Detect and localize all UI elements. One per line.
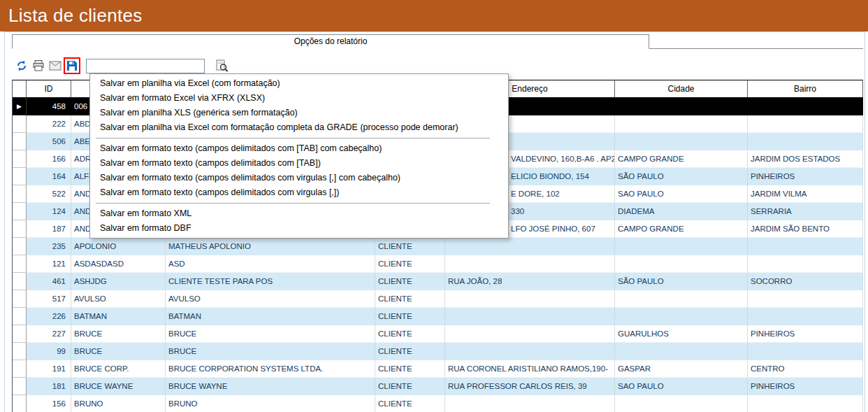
table-row[interactable]: 517AVULSOAVULSOCLIENTE [13,290,863,308]
cell: 166 [27,150,71,168]
row-indicator [13,220,27,238]
cell [615,290,748,308]
cell: PINHEIROS [748,168,863,185]
cell: 164 [27,168,71,185]
cell [748,115,863,133]
cell [445,255,615,273]
cell: BRUCE CORPORATION SYSTEMS LTDA. [166,360,375,378]
cell: CLIENTE [375,395,445,412]
print-preview-button[interactable] [213,57,230,74]
cell: CENTRO [748,360,863,378]
cell [615,255,748,273]
cell: 99 [27,343,71,360]
menu-item[interactable]: Salvar em formato XML [90,206,508,221]
refresh-button[interactable] [13,57,30,74]
column-header[interactable]: Cidade [615,80,748,98]
cell: CLIENTE [375,360,445,378]
print-button[interactable] [30,57,47,74]
cell: BRUCE [71,325,166,343]
cell [748,98,863,115]
save-icon [66,60,78,71]
cell: GASPAR [615,360,748,378]
table-row[interactable]: 156BRUNOBRUNOCLIENTE [13,395,863,412]
menu-item[interactable]: Salvar em planilha XLS (genérica sem for… [90,106,508,120]
menu-item[interactable]: Salvar em formato texto (campos delimita… [90,141,508,156]
cell: JARDIM DOS ESTADOS [748,150,863,168]
cell: RUA CORONEL ARISTILIANO RAMOS,190- [445,360,615,378]
table-row[interactable]: 191BRUCE CORP.BRUCE CORPORATION SYSTEMS … [13,360,863,378]
row-indicator [13,115,27,133]
cell: CAMPO GRANDE [615,150,748,168]
cell: BATMAN [71,308,166,325]
row-indicator [13,325,27,343]
cell: CLIENTE [375,273,445,290]
menu-item[interactable]: Salvar em formato texto (campos delimita… [90,171,508,185]
cell: CLIENTE TESTE PARA POS [166,273,375,290]
table-row[interactable]: 181BRUCE WAYNEBRUCE WAYNECLIENTERUA PROF… [13,378,863,395]
table-row[interactable]: 121ASDASDASDASDCLIENTE [13,255,863,273]
email-icon [49,61,62,71]
app-window: Lista de clientes Opções do relatório [0,0,868,412]
cell: 124 [27,203,71,220]
tab-strip-rest [649,34,863,48]
print-preview-icon [216,59,228,72]
table-row[interactable]: 235APOLONIOMATHEUS APOLONIOCLIENTE [13,238,863,255]
row-indicator [13,360,27,378]
table-row[interactable]: 461ASHJDGCLIENTE TESTE PARA POSCLIENTERU… [13,273,863,290]
cell [615,98,748,115]
table-row[interactable]: 226BATMANBATMANCLIENTE [13,308,863,325]
cell: 517 [27,290,71,308]
cell: SAO PAULO [615,185,748,203]
row-indicator [13,168,27,185]
row-indicator [13,255,27,273]
cell: BRUCE [166,325,375,343]
column-header[interactable]: Bairro [748,80,863,98]
table-row[interactable]: 227BRUCEBRUCECLIENTEGUARULHOSPINHEIROS [13,325,863,343]
menu-item[interactable]: Salvar em planilha via Excel (com format… [90,76,508,91]
cell [445,238,615,255]
menu-separator [96,138,490,138]
cell [445,343,615,360]
tab-strip: Opções do relatório [12,34,863,49]
cell [615,308,748,325]
cell: SÃO PAULO [615,168,748,185]
column-header[interactable]: ID [27,80,71,98]
cell: AVULSO [166,290,375,308]
cell: 191 [27,360,71,378]
email-button[interactable] [47,57,64,74]
row-indicator [13,150,27,168]
cell: SAO PAULO [615,378,748,395]
filter-input[interactable] [86,59,205,73]
cell: BRUNO [166,395,375,412]
menu-separator [96,203,490,204]
cell: PINHEIROS [748,378,863,395]
cell [615,238,748,255]
cell: SÃO PAULO [615,273,748,290]
table-row[interactable]: 99BRUCEBRUCECLIENTE [13,343,863,360]
cell: PINHEIROS [748,325,863,343]
menu-item[interactable]: Salvar em formato texto (campos delimita… [90,185,508,200]
save-button[interactable] [64,57,80,74]
row-indicator [13,395,27,412]
cell [748,308,863,325]
selected-row-marker: ▶ [13,98,27,115]
cell: CAMPO GRANDE [615,220,748,238]
print-icon [32,59,45,72]
cell [445,395,615,412]
cell [445,308,615,325]
menu-item[interactable]: Salvar em formato DBF [90,221,508,236]
cell: 227 [27,325,71,343]
cell [445,290,615,308]
cell: BRUCE CORP. [71,360,166,378]
refresh-icon [15,59,28,72]
tab-report-options[interactable]: Opções do relatório [12,34,649,49]
menu-item[interactable]: Salvar em planilha via Excel com formata… [90,120,508,135]
cell: BRUCE [166,343,375,360]
menu-item[interactable]: Salvar em formato texto (campos delimita… [90,156,508,171]
cell: MATHEUS APOLONIO [166,238,375,255]
row-indicator [13,203,27,220]
cell: 121 [27,255,71,273]
cell: RUA JOÃO, 28 [445,273,615,290]
cell: SERRARIA [748,203,863,220]
menu-item[interactable]: Salvar em formato Excel via XFRX (XLSX) [90,91,508,106]
